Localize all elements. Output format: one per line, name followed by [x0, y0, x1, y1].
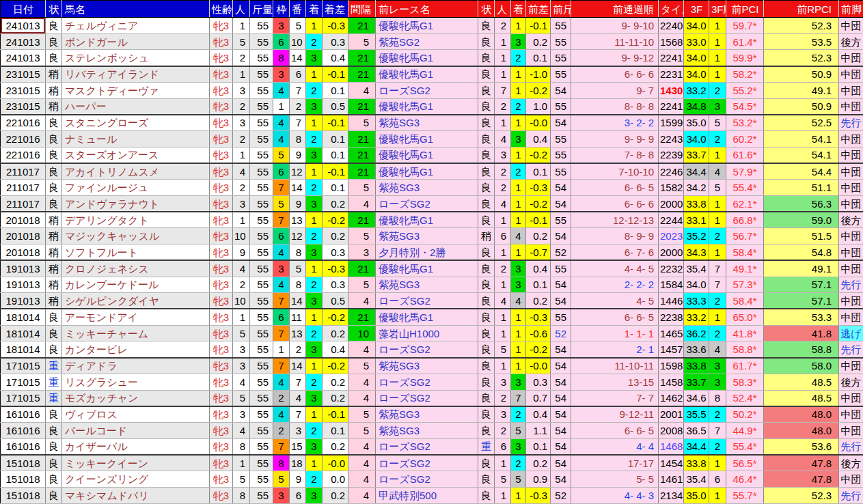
date-cell[interactable]: 201018: [1, 228, 46, 244]
date-cell[interactable]: 211017: [1, 163, 46, 180]
col-header-f3[interactable]: 3F: [684, 1, 709, 18]
prev-race-name-cell[interactable]: ローズSG2: [376, 341, 478, 358]
date-cell[interactable]: 181014: [1, 325, 46, 341]
prev-race-name-cell[interactable]: ローズSG2: [376, 374, 478, 390]
date-cell[interactable]: 161016: [1, 438, 46, 455]
horse-name-cell[interactable]: モズカッチャン: [62, 390, 210, 406]
date-cell[interactable]: 241013: [1, 18, 46, 34]
prev-race-name-cell[interactable]: 優駿牝馬G1: [376, 131, 478, 148]
horse-name-cell[interactable]: ミッキーチャーム: [62, 325, 210, 341]
prev-race-name-cell[interactable]: 紫苑SG2: [376, 33, 478, 50]
col-header-weight[interactable]: 斤量: [250, 1, 273, 18]
col-header-pcond[interactable]: 状: [478, 1, 495, 18]
horse-name-cell[interactable]: アンドヴァラナウト: [62, 195, 210, 212]
prev-race-name-cell[interactable]: 紫苑SG3: [376, 228, 478, 244]
date-cell[interactable]: 221016: [1, 131, 46, 148]
prev-race-name-cell[interactable]: ローズSG2: [376, 438, 478, 455]
col-header-race[interactable]: 前レース名: [376, 1, 478, 18]
date-cell[interactable]: 201018: [1, 212, 46, 228]
col-header-rpci[interactable]: 前RPCI: [764, 1, 839, 18]
col-header-time[interactable]: タイム: [659, 1, 684, 18]
date-cell[interactable]: 231015: [1, 66, 46, 83]
date-cell[interactable]: 181014: [1, 309, 46, 325]
horse-name-cell[interactable]: ヴィブロス: [62, 406, 210, 423]
col-header-num[interactable]: 番: [290, 1, 306, 18]
horse-name-cell[interactable]: クロノジェネシス: [62, 260, 210, 277]
horse-name-cell[interactable]: パールコード: [62, 422, 210, 438]
col-header-ppop[interactable]: 人: [495, 1, 511, 18]
prev-race-name-cell[interactable]: 優駿牝馬G1: [376, 18, 478, 34]
prev-race-name-cell[interactable]: 紫苑SG3: [376, 180, 478, 196]
col-header-margin[interactable]: 着差: [323, 1, 348, 18]
prev-race-name-cell[interactable]: 優駿牝馬G1: [376, 260, 478, 277]
date-cell[interactable]: 161016: [1, 422, 46, 438]
horse-name-cell[interactable]: カレンブーケドール: [62, 277, 210, 293]
prev-race-name-cell[interactable]: 紫苑SG3: [376, 406, 478, 423]
col-header-pfin[interactable]: 着: [511, 1, 526, 18]
horse-name-cell[interactable]: ソフトフルート: [62, 244, 210, 261]
col-header-fin[interactable]: 着: [306, 1, 323, 18]
prev-race-name-cell[interactable]: 優駿牝馬G1: [376, 212, 478, 228]
date-cell[interactable]: 221016: [1, 115, 46, 131]
date-cell[interactable]: 231015: [1, 98, 46, 115]
horse-name-cell[interactable]: マスクトディーヴァ: [62, 82, 210, 98]
prev-race-name-cell[interactable]: ローズSG2: [376, 390, 478, 406]
horse-name-cell[interactable]: ステレンボッシュ: [62, 50, 210, 66]
col-header-date[interactable]: 日付: [1, 1, 46, 18]
prev-race-name-cell[interactable]: 優駿牝馬G1: [376, 66, 478, 83]
date-cell[interactable]: 151018: [1, 471, 46, 488]
horse-name-cell[interactable]: リバティアイランド: [62, 66, 210, 83]
date-cell[interactable]: 191013: [1, 293, 46, 309]
col-header-style[interactable]: 前脚: [839, 1, 863, 18]
prev-race-name-cell[interactable]: ローズSG2: [376, 195, 478, 212]
horse-name-cell[interactable]: ハーパー: [62, 98, 210, 115]
date-cell[interactable]: 241013: [1, 50, 46, 66]
horse-name-cell[interactable]: スタニングローズ: [62, 115, 210, 131]
horse-name-cell[interactable]: クイーンズリング: [62, 471, 210, 488]
prev-race-name-cell[interactable]: 優駿牝馬G1: [376, 309, 478, 325]
date-cell[interactable]: 161016: [1, 406, 46, 423]
horse-name-cell[interactable]: シゲルピンクダイヤ: [62, 293, 210, 309]
date-cell[interactable]: 191013: [1, 277, 46, 293]
prev-race-name-cell[interactable]: 優駿牝馬G1: [376, 163, 478, 180]
horse-name-cell[interactable]: カンタービレ: [62, 341, 210, 358]
horse-name-cell[interactable]: デアリングタクト: [62, 212, 210, 228]
horse-name-cell[interactable]: カイザーバル: [62, 438, 210, 455]
date-cell[interactable]: 181014: [1, 341, 46, 358]
col-header-pci[interactable]: 前PCI: [726, 1, 764, 18]
prev-race-name-cell[interactable]: 紫苑SG3: [376, 358, 478, 374]
col-header-horse[interactable]: 馬名: [62, 1, 210, 18]
prev-race-name-cell[interactable]: 紫苑SG3: [376, 422, 478, 438]
date-cell[interactable]: 171015: [1, 390, 46, 406]
horse-name-cell[interactable]: ボンドガール: [62, 33, 210, 50]
col-header-interval[interactable]: 間隔: [348, 1, 376, 18]
prev-race-name-cell[interactable]: 甲武特別500: [376, 487, 478, 503]
col-header-frame[interactable]: 枠: [273, 1, 290, 18]
prev-race-name-cell[interactable]: 藻岩山H1000: [376, 325, 478, 341]
horse-name-cell[interactable]: ディアドラ: [62, 358, 210, 374]
prev-race-name-cell[interactable]: 紫苑SG3: [376, 277, 478, 293]
date-cell[interactable]: 171015: [1, 374, 46, 390]
prev-race-name-cell[interactable]: ローズSG2: [376, 471, 478, 488]
prev-race-name-cell[interactable]: ローズSG2: [376, 293, 478, 309]
date-cell[interactable]: 151018: [1, 487, 46, 503]
horse-name-cell[interactable]: ミッキークイーン: [62, 455, 210, 471]
date-cell[interactable]: 151018: [1, 455, 46, 471]
date-cell[interactable]: 231015: [1, 82, 46, 98]
col-header-f3_rank[interactable]: 3F順: [709, 1, 726, 18]
date-cell[interactable]: 211017: [1, 195, 46, 212]
col-header-cond[interactable]: 状: [46, 1, 62, 18]
horse-name-cell[interactable]: ファインルージュ: [62, 180, 210, 196]
prev-race-name-cell[interactable]: ローズSG2: [376, 455, 478, 471]
horse-name-cell[interactable]: スターズオンアース: [62, 147, 210, 163]
prev-race-name-cell[interactable]: 夕月特別・2勝: [376, 244, 478, 261]
horse-name-cell[interactable]: マキシマムドパリ: [62, 487, 210, 503]
date-cell[interactable]: 201018: [1, 244, 46, 261]
col-header-pmargin[interactable]: 前差: [526, 1, 551, 18]
prev-race-name-cell[interactable]: 優駿牝馬G1: [376, 50, 478, 66]
horse-name-cell[interactable]: リスグラシュー: [62, 374, 210, 390]
date-cell[interactable]: 211017: [1, 180, 46, 196]
col-header-sexage[interactable]: 性齢: [210, 1, 233, 18]
horse-name-cell[interactable]: チェルヴィニア: [62, 18, 210, 34]
col-header-pop[interactable]: 人: [233, 1, 250, 18]
